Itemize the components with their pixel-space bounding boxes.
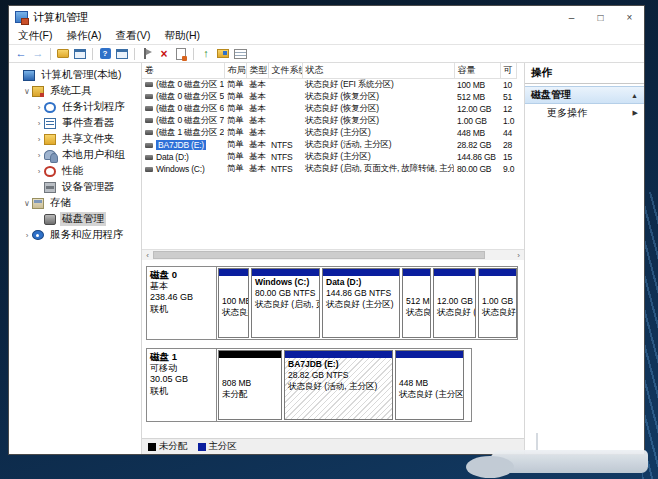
properties-window-icon[interactable] [114, 47, 130, 61]
partition-windows-c[interactable]: Windows (C:) 80.00 GB NTFS 状态良好 (启动, 页面文… [251, 268, 320, 338]
column-capacity[interactable]: 容量 [454, 63, 500, 78]
sidebar-item-label: 计算机管理(本地) [39, 68, 124, 82]
partition-12gb[interactable]: 12.00 GB 状态良好 (恢复分区) [433, 268, 476, 338]
sidebar-item-label: 服务和应用程序 [48, 228, 126, 242]
format-icon[interactable] [173, 47, 189, 61]
partition-color-bar [252, 269, 319, 276]
console-window-icon[interactable] [72, 47, 88, 61]
column-type[interactable]: 类型 [246, 63, 268, 78]
volume-icon [145, 143, 153, 148]
sidebar-item-local-users-groups[interactable]: › 本地用户和组 [9, 147, 141, 163]
sidebar-item-label: 事件查看器 [60, 116, 117, 130]
chevron-down-icon[interactable]: ∨ [22, 199, 32, 208]
chevron-right-icon[interactable]: › [34, 151, 44, 160]
console-tree: 计算机管理(本地) ∨ 系统工具 › 任务计划程序 › 事件查看器 › 共享文件… [9, 63, 142, 454]
computer-icon [23, 70, 35, 81]
partition-data-d[interactable]: Data (D:) 144.86 GB NTFS 状态良好 (主分区) [322, 268, 400, 338]
column-volume[interactable]: 卷 [142, 63, 224, 78]
partition-color-bar [479, 269, 516, 276]
disk-info[interactable]: 磁盘 1 可移动 30.05 GB 联机 [147, 349, 217, 421]
sidebar-item-computer-management[interactable]: 计算机管理(本地) [9, 67, 141, 83]
sidebar-item-storage[interactable]: ∨ 存储 [9, 195, 141, 211]
sidebar-item-performance[interactable]: › 性能 [9, 163, 141, 179]
help-icon[interactable]: ? [97, 47, 113, 61]
forward-icon[interactable]: → [30, 47, 46, 61]
sidebar-item-event-viewer[interactable]: › 事件查看器 [9, 115, 141, 131]
menu-action[interactable]: 操作(A) [59, 28, 108, 44]
sidebar-item-disk-management[interactable]: 磁盘管理 [9, 211, 141, 227]
sidebar-item-label: 设备管理器 [60, 180, 117, 194]
chevron-right-icon[interactable]: › [34, 103, 44, 112]
column-layout[interactable]: 布局 [224, 63, 246, 78]
partition-1gb[interactable]: 1.00 GB 状态良好 [478, 268, 517, 338]
partition-512mb[interactable]: 512 MB 状态良好 [402, 268, 431, 338]
column-filesystem[interactable]: 文件系统 [268, 63, 302, 78]
minimize-button[interactable]: – [557, 6, 586, 28]
partition-unallocated-808mb[interactable]: 808 MB 未分配 [218, 350, 282, 420]
horizontal-scrollbar[interactable]: ‹ › [142, 249, 524, 260]
column-status[interactable]: 状态 [302, 63, 454, 78]
title-bar[interactable]: 计算机管理 – □ × [9, 6, 644, 28]
sidebar-item-label: 任务计划程序 [60, 100, 127, 114]
sidebar-item-device-manager[interactable]: 设备管理器 [9, 179, 141, 195]
sidebar-item-system-tools[interactable]: ∨ 系统工具 [9, 83, 141, 99]
collapse-icon[interactable]: ▲ [631, 92, 638, 99]
menu-help[interactable]: 帮助(H) [157, 28, 207, 44]
close-button[interactable]: × [615, 6, 644, 28]
maximize-button[interactable]: □ [586, 6, 615, 28]
disk-management-pane: 卷 布局 类型 文件系统 状态 容量 可 (磁盘 0 磁盘分区 1) 简单基本 … [142, 63, 525, 454]
sidebar-item-task-scheduler[interactable]: › 任务计划程序 [9, 99, 141, 115]
table-row[interactable]: (磁盘 0 磁盘分区 1) 简单基本 状态良好 (EFI 系统分区) 100 M… [142, 78, 516, 91]
table-row[interactable]: (磁盘 1 磁盘分区 2) 简单基本 状态良好 (主分区) 448 MB44 [142, 127, 516, 139]
partition-100mb[interactable]: 100 MB 状态良好 [218, 268, 249, 338]
sidebar-item-label: 共享文件夹 [60, 132, 117, 146]
volume-list: 卷 布局 类型 文件系统 状态 容量 可 (磁盘 0 磁盘分区 1) 简单基本 … [142, 63, 524, 249]
scroll-left-icon[interactable]: ‹ [142, 250, 153, 260]
window-title: 计算机管理 [33, 10, 88, 25]
more-actions-item[interactable]: 更多操作 ▶ [525, 104, 644, 122]
column-free[interactable]: 可 [500, 63, 516, 78]
table-row[interactable]: (磁盘 0 磁盘分区 7) 简单基本 状态良好 (恢复分区) 1.00 GB1.… [142, 115, 516, 127]
table-row[interactable]: (磁盘 0 磁盘分区 5) 简单基本 状态良好 (恢复分区) 512 MB51 [142, 91, 516, 103]
performance-icon [44, 166, 56, 177]
show-tree-icon[interactable] [55, 47, 71, 61]
chevron-right-icon[interactable]: › [34, 119, 44, 128]
menu-view[interactable]: 查看(V) [108, 28, 157, 44]
sidebar-item-shared-folders[interactable]: › 共享文件夹 [9, 131, 141, 147]
scrollbar-thumb[interactable] [153, 251, 485, 259]
mark-partition-icon[interactable] [139, 47, 155, 61]
legend-unallocated: 未分配 [148, 440, 188, 453]
computer-management-icon [15, 11, 28, 23]
toolbar-separator [50, 48, 51, 60]
table-row[interactable]: Windows (C:) 简单基本 NTFS状态良好 (启动, 页面文件, 故障… [142, 163, 516, 175]
open-folder-icon[interactable] [215, 47, 231, 61]
actions-pane: 操作 磁盘管理 ▲ 更多操作 ▶ [525, 63, 644, 454]
legend-color-swatch [198, 443, 206, 451]
table-row[interactable]: (磁盘 0 磁盘分区 6) 简单基本 状态良好 (恢复分区) 12.00 GB1… [142, 103, 516, 115]
partition-448mb[interactable]: 448 MB 状态良好 (主分区) [395, 350, 464, 420]
volume-icon [145, 130, 153, 135]
list-properties-icon[interactable] [232, 47, 248, 61]
disk-info[interactable]: 磁盘 0 基本 238.46 GB 联机 [147, 267, 217, 339]
table-row[interactable]: Data (D:) 简单基本 NTFS状态良好 (主分区) 144.86 GB1… [142, 151, 516, 163]
sidebar-item-services-applications[interactable]: › 服务和应用程序 [9, 227, 141, 243]
chevron-down-icon[interactable]: ∨ [22, 87, 32, 96]
volume-icon [145, 106, 153, 111]
delete-volume-icon[interactable]: × [156, 47, 172, 61]
disk-row: 磁盘 0 基本 238.46 GB 联机 100 MB 状态良好 [146, 266, 518, 340]
chevron-right-icon[interactable]: › [34, 167, 44, 176]
toolbar-separator [193, 48, 194, 60]
refresh-icon[interactable]: ↑ [198, 47, 214, 61]
event-log-icon [44, 118, 56, 129]
chevron-right-icon[interactable]: › [34, 135, 44, 144]
computer-management-window: 计算机管理 – □ × 文件(F) 操作(A) 查看(V) 帮助(H) ← → … [8, 5, 645, 455]
menu-file[interactable]: 文件(F) [11, 28, 59, 44]
scroll-right-icon[interactable]: › [513, 250, 524, 260]
table-row-selected[interactable]: BA7JDB (E:) 简单基本 NTFS状态良好 (活动, 主分区) 28.8… [142, 139, 516, 151]
actions-group-disk-management[interactable]: 磁盘管理 ▲ [525, 86, 644, 104]
chevron-right-icon[interactable]: › [22, 231, 32, 240]
back-icon[interactable]: ← [13, 47, 29, 61]
partition-ba7jdb-e-selected[interactable]: BA7JDB (E:) 28.82 GB NTFS 状态良好 (活动, 主分区) [284, 350, 393, 420]
sidebar-item-label: 系统工具 [48, 84, 94, 98]
partition-color-bar [396, 351, 463, 358]
